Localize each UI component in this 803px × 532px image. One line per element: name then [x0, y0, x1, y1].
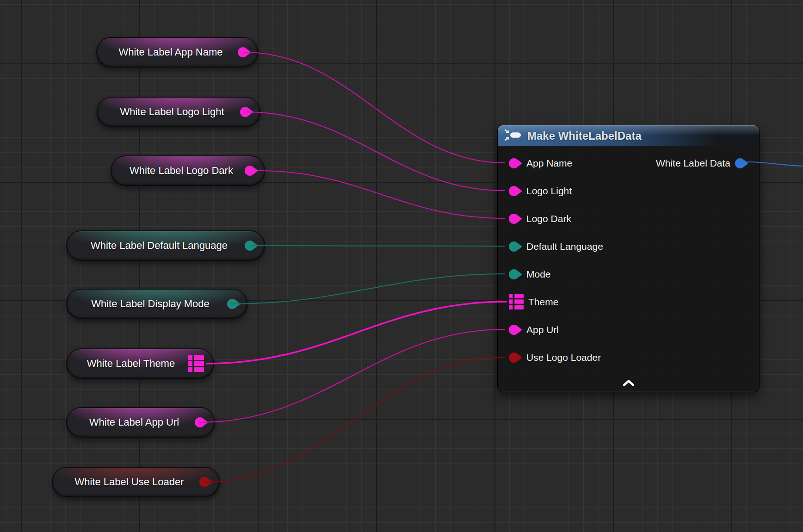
pin-label: Use Logo Loader: [526, 352, 601, 363]
variable-node-white-label-display-mode[interactable]: White Label Display Mode: [66, 289, 247, 319]
string-input-pin[interactable]: [509, 186, 519, 196]
variable-node-label: White Label App Name: [108, 46, 233, 58]
enum-input-pin[interactable]: [509, 241, 519, 252]
bool-input-pin[interactable]: [509, 353, 519, 363]
wire-logo-light[interactable]: [246, 112, 505, 191]
wire-logo-dark[interactable]: [258, 171, 505, 218]
input-pins: App Name Logo Light Logo Dark Default La…: [498, 149, 759, 371]
wire-default-language[interactable]: [251, 246, 505, 246]
string-output-pin[interactable]: [195, 417, 205, 427]
input-pin-row-logo-dark: Logo Dark: [498, 205, 759, 233]
node-header[interactable]: Make WhiteLabelData: [498, 125, 759, 146]
make-struct-icon: [504, 129, 522, 143]
pin-label: Logo Dark: [526, 213, 571, 224]
input-pin-row-default-language: Default Language: [498, 233, 759, 260]
variable-node-white-label-use-loader[interactable]: White Label Use Loader: [52, 467, 220, 497]
blueprint-graph-canvas[interactable]: White Label App Name White Label Logo Li…: [0, 0, 803, 532]
string-input-pin[interactable]: [509, 158, 519, 168]
enum-input-pin[interactable]: [509, 269, 519, 279]
string-output-pin[interactable]: [238, 47, 248, 57]
wire-use-loader[interactable]: [204, 357, 505, 482]
wire-display-mode[interactable]: [231, 274, 505, 304]
variable-node-white-label-app-name[interactable]: White Label App Name: [96, 37, 258, 68]
chevron-up-icon: [622, 379, 636, 389]
string-input-pin[interactable]: [509, 214, 519, 224]
input-pin-row-app-url: App Url: [498, 316, 759, 344]
input-pin-row-theme: Theme: [498, 288, 759, 316]
variable-node-white-label-theme[interactable]: White Label Theme: [66, 348, 214, 379]
wire-app-url[interactable]: [199, 329, 505, 422]
input-pin-row-logo-light: Logo Light: [498, 177, 759, 205]
variable-node-label: White Label Logo Dark: [123, 165, 240, 177]
make-whitelabeldata-node[interactable]: Make WhiteLabelData App Name Logo Light …: [497, 125, 760, 392]
variable-node-white-label-app-url[interactable]: White Label App Url: [66, 407, 215, 438]
variable-node-white-label-logo-dark[interactable]: White Label Logo Dark: [111, 155, 265, 186]
pin-label: App Name: [526, 158, 572, 169]
collapse-advanced-pins-button[interactable]: [618, 378, 639, 389]
variable-node-label: White Label Theme: [78, 358, 184, 370]
input-pin-row-mode: Mode: [498, 260, 759, 288]
input-pin-row-use-logo-loader: Use Logo Loader: [498, 344, 759, 371]
node-title: Make WhiteLabelData: [527, 130, 642, 142]
wire-theme[interactable]: [206, 302, 507, 364]
variable-node-white-label-default-language[interactable]: White Label Default Language: [66, 230, 265, 261]
struct-output-pin[interactable]: [735, 158, 745, 168]
pin-label: White Label Data: [656, 158, 730, 169]
pin-label: Mode: [526, 269, 551, 280]
variable-node-label: White Label Logo Light: [109, 106, 235, 118]
pin-label: Default Language: [526, 241, 603, 252]
string-output-pin[interactable]: [245, 166, 255, 176]
pin-label: Logo Light: [526, 186, 572, 197]
struct-pin-icon[interactable]: [188, 355, 204, 372]
enum-output-pin[interactable]: [227, 299, 237, 309]
variable-node-label: White Label Use Loader: [64, 476, 195, 488]
bool-output-pin[interactable]: [199, 477, 210, 487]
string-output-pin[interactable]: [240, 107, 250, 117]
variable-node-label: White Label Display Mode: [78, 298, 222, 310]
string-input-pin[interactable]: [509, 325, 519, 335]
struct-pin-icon[interactable]: [509, 294, 525, 310]
variable-node-white-label-logo-light[interactable]: White Label Logo Light: [97, 97, 260, 127]
variable-node-label: White Label App Url: [78, 416, 190, 428]
enum-output-pin[interactable]: [245, 241, 255, 251]
variable-node-label: White Label Default Language: [78, 240, 240, 252]
output-pin-row-white-label-data: White Label Data: [656, 156, 759, 170]
pin-label: Theme: [528, 297, 558, 308]
wire-app-name[interactable]: [244, 52, 505, 163]
pin-label: App Url: [526, 324, 559, 335]
